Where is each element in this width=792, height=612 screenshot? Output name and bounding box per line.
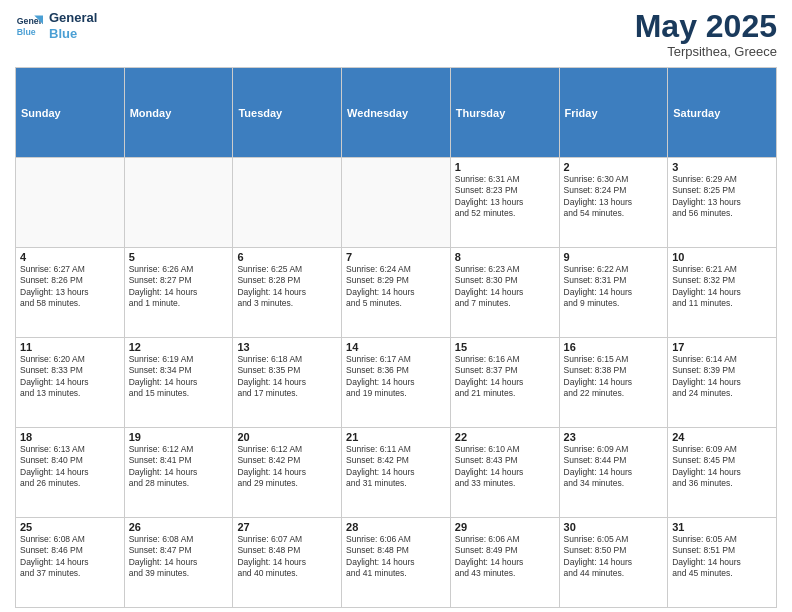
day-number: 7 — [346, 251, 446, 263]
title-block: May 2025 Terpsithea, Greece — [635, 10, 777, 59]
calendar-cell: 23Sunrise: 6:09 AM Sunset: 8:44 PM Dayli… — [559, 428, 668, 518]
cell-info: Sunrise: 6:14 AM Sunset: 8:39 PM Dayligh… — [672, 354, 772, 400]
day-number: 31 — [672, 521, 772, 533]
day-headers: SundayMondayTuesdayWednesdayThursdayFrid… — [16, 68, 777, 158]
day-header-sunday: Sunday — [16, 68, 125, 158]
day-number: 1 — [455, 161, 555, 173]
cell-info: Sunrise: 6:11 AM Sunset: 8:42 PM Dayligh… — [346, 444, 446, 490]
day-number: 23 — [564, 431, 664, 443]
cell-info: Sunrise: 6:12 AM Sunset: 8:41 PM Dayligh… — [129, 444, 229, 490]
calendar-cell: 22Sunrise: 6:10 AM Sunset: 8:43 PM Dayli… — [450, 428, 559, 518]
day-number: 4 — [20, 251, 120, 263]
month-title: May 2025 — [635, 10, 777, 42]
day-number: 16 — [564, 341, 664, 353]
cell-info: Sunrise: 6:06 AM Sunset: 8:48 PM Dayligh… — [346, 534, 446, 580]
day-header-tuesday: Tuesday — [233, 68, 342, 158]
cell-info: Sunrise: 6:27 AM Sunset: 8:26 PM Dayligh… — [20, 264, 120, 310]
week-row-4: 18Sunrise: 6:13 AM Sunset: 8:40 PM Dayli… — [16, 428, 777, 518]
day-header-saturday: Saturday — [668, 68, 777, 158]
calendar-cell: 24Sunrise: 6:09 AM Sunset: 8:45 PM Dayli… — [668, 428, 777, 518]
calendar-cell: 1Sunrise: 6:31 AM Sunset: 8:23 PM Daylig… — [450, 158, 559, 248]
calendar-cell: 28Sunrise: 6:06 AM Sunset: 8:48 PM Dayli… — [342, 518, 451, 608]
cell-info: Sunrise: 6:10 AM Sunset: 8:43 PM Dayligh… — [455, 444, 555, 490]
cell-info: Sunrise: 6:15 AM Sunset: 8:38 PM Dayligh… — [564, 354, 664, 400]
cell-info: Sunrise: 6:19 AM Sunset: 8:34 PM Dayligh… — [129, 354, 229, 400]
cell-info: Sunrise: 6:23 AM Sunset: 8:30 PM Dayligh… — [455, 264, 555, 310]
calendar-cell: 5Sunrise: 6:26 AM Sunset: 8:27 PM Daylig… — [124, 248, 233, 338]
week-row-5: 25Sunrise: 6:08 AM Sunset: 8:46 PM Dayli… — [16, 518, 777, 608]
day-number: 6 — [237, 251, 337, 263]
day-number: 24 — [672, 431, 772, 443]
cell-info: Sunrise: 6:08 AM Sunset: 8:46 PM Dayligh… — [20, 534, 120, 580]
cell-info: Sunrise: 6:24 AM Sunset: 8:29 PM Dayligh… — [346, 264, 446, 310]
cell-info: Sunrise: 6:16 AM Sunset: 8:37 PM Dayligh… — [455, 354, 555, 400]
calendar-cell — [233, 158, 342, 248]
cell-info: Sunrise: 6:13 AM Sunset: 8:40 PM Dayligh… — [20, 444, 120, 490]
cell-info: Sunrise: 6:26 AM Sunset: 8:27 PM Dayligh… — [129, 264, 229, 310]
week-row-1: 1Sunrise: 6:31 AM Sunset: 8:23 PM Daylig… — [16, 158, 777, 248]
cell-info: Sunrise: 6:18 AM Sunset: 8:35 PM Dayligh… — [237, 354, 337, 400]
cell-info: Sunrise: 6:08 AM Sunset: 8:47 PM Dayligh… — [129, 534, 229, 580]
calendar-cell: 18Sunrise: 6:13 AM Sunset: 8:40 PM Dayli… — [16, 428, 125, 518]
cell-info: Sunrise: 6:09 AM Sunset: 8:44 PM Dayligh… — [564, 444, 664, 490]
day-number: 29 — [455, 521, 555, 533]
header: General Blue General Blue May 2025 Terps… — [15, 10, 777, 59]
day-header-thursday: Thursday — [450, 68, 559, 158]
cell-info: Sunrise: 6:31 AM Sunset: 8:23 PM Dayligh… — [455, 174, 555, 220]
cell-info: Sunrise: 6:06 AM Sunset: 8:49 PM Dayligh… — [455, 534, 555, 580]
day-number: 30 — [564, 521, 664, 533]
day-number: 21 — [346, 431, 446, 443]
cell-info: Sunrise: 6:21 AM Sunset: 8:32 PM Dayligh… — [672, 264, 772, 310]
logo-blue: Blue — [49, 26, 97, 42]
calendar-cell: 16Sunrise: 6:15 AM Sunset: 8:38 PM Dayli… — [559, 338, 668, 428]
day-number: 14 — [346, 341, 446, 353]
cell-info: Sunrise: 6:07 AM Sunset: 8:48 PM Dayligh… — [237, 534, 337, 580]
calendar-cell: 21Sunrise: 6:11 AM Sunset: 8:42 PM Dayli… — [342, 428, 451, 518]
day-number: 11 — [20, 341, 120, 353]
calendar-cell: 4Sunrise: 6:27 AM Sunset: 8:26 PM Daylig… — [16, 248, 125, 338]
day-number: 25 — [20, 521, 120, 533]
cell-info: Sunrise: 6:05 AM Sunset: 8:50 PM Dayligh… — [564, 534, 664, 580]
day-number: 15 — [455, 341, 555, 353]
cell-info: Sunrise: 6:12 AM Sunset: 8:42 PM Dayligh… — [237, 444, 337, 490]
calendar-cell: 17Sunrise: 6:14 AM Sunset: 8:39 PM Dayli… — [668, 338, 777, 428]
day-number: 3 — [672, 161, 772, 173]
day-number: 5 — [129, 251, 229, 263]
calendar-cell: 6Sunrise: 6:25 AM Sunset: 8:28 PM Daylig… — [233, 248, 342, 338]
day-number: 17 — [672, 341, 772, 353]
cell-info: Sunrise: 6:20 AM Sunset: 8:33 PM Dayligh… — [20, 354, 120, 400]
calendar-cell: 10Sunrise: 6:21 AM Sunset: 8:32 PM Dayli… — [668, 248, 777, 338]
day-number: 10 — [672, 251, 772, 263]
day-number: 9 — [564, 251, 664, 263]
calendar-cell: 14Sunrise: 6:17 AM Sunset: 8:36 PM Dayli… — [342, 338, 451, 428]
calendar-cell: 15Sunrise: 6:16 AM Sunset: 8:37 PM Dayli… — [450, 338, 559, 428]
calendar-table: SundayMondayTuesdayWednesdayThursdayFrid… — [15, 67, 777, 608]
location-subtitle: Terpsithea, Greece — [635, 44, 777, 59]
day-header-monday: Monday — [124, 68, 233, 158]
calendar-cell — [16, 158, 125, 248]
day-number: 22 — [455, 431, 555, 443]
calendar-cell: 27Sunrise: 6:07 AM Sunset: 8:48 PM Dayli… — [233, 518, 342, 608]
calendar-cell: 8Sunrise: 6:23 AM Sunset: 8:30 PM Daylig… — [450, 248, 559, 338]
cell-info: Sunrise: 6:05 AM Sunset: 8:51 PM Dayligh… — [672, 534, 772, 580]
logo-general: General — [49, 10, 97, 26]
calendar-cell: 3Sunrise: 6:29 AM Sunset: 8:25 PM Daylig… — [668, 158, 777, 248]
calendar-cell: 9Sunrise: 6:22 AM Sunset: 8:31 PM Daylig… — [559, 248, 668, 338]
week-row-2: 4Sunrise: 6:27 AM Sunset: 8:26 PM Daylig… — [16, 248, 777, 338]
day-header-friday: Friday — [559, 68, 668, 158]
cell-info: Sunrise: 6:29 AM Sunset: 8:25 PM Dayligh… — [672, 174, 772, 220]
calendar-cell: 13Sunrise: 6:18 AM Sunset: 8:35 PM Dayli… — [233, 338, 342, 428]
svg-text:Blue: Blue — [17, 26, 36, 36]
cell-info: Sunrise: 6:30 AM Sunset: 8:24 PM Dayligh… — [564, 174, 664, 220]
calendar-cell: 25Sunrise: 6:08 AM Sunset: 8:46 PM Dayli… — [16, 518, 125, 608]
logo-icon: General Blue — [15, 12, 43, 40]
calendar-cell: 7Sunrise: 6:24 AM Sunset: 8:29 PM Daylig… — [342, 248, 451, 338]
week-row-3: 11Sunrise: 6:20 AM Sunset: 8:33 PM Dayli… — [16, 338, 777, 428]
calendar-cell: 20Sunrise: 6:12 AM Sunset: 8:42 PM Dayli… — [233, 428, 342, 518]
day-number: 8 — [455, 251, 555, 263]
day-number: 27 — [237, 521, 337, 533]
calendar-cell — [342, 158, 451, 248]
day-number: 13 — [237, 341, 337, 353]
day-number: 19 — [129, 431, 229, 443]
cell-info: Sunrise: 6:09 AM Sunset: 8:45 PM Dayligh… — [672, 444, 772, 490]
